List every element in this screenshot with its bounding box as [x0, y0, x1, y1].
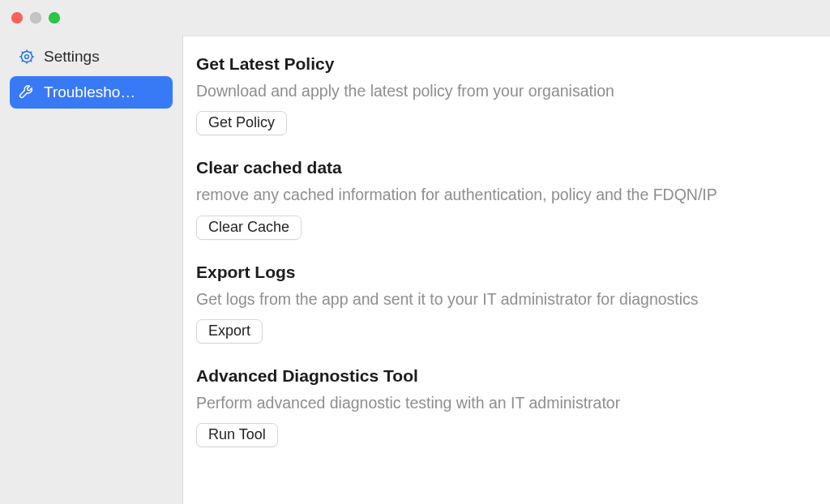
section-policy: Get Latest Policy Download and apply the…	[196, 54, 814, 135]
svg-point-1	[25, 55, 29, 59]
section-title: Clear cached data	[196, 158, 814, 177]
section-logs: Export Logs Get logs from the app and se…	[196, 263, 814, 344]
run-diagnostics-button[interactable]: Run Tool	[196, 423, 278, 447]
section-diagnostics: Advanced Diagnostics Tool Perform advanc…	[196, 366, 814, 447]
window-zoom-button[interactable]	[49, 12, 60, 23]
export-logs-button[interactable]: Export	[196, 319, 263, 344]
sidebar-item-settings[interactable]: Settings	[10, 41, 173, 73]
window-body: Settings Troublesho… Get Latest Policy D…	[0, 36, 830, 504]
section-description: Perform advanced diagnostic testing with…	[196, 392, 814, 413]
main-content: Get Latest Policy Download and apply the…	[183, 36, 830, 504]
svg-point-0	[21, 51, 32, 62]
sidebar-item-label: Troublesho…	[44, 83, 135, 101]
section-description: Get logs from the app and sent it to you…	[196, 288, 814, 310]
window-close-button[interactable]	[11, 12, 23, 23]
section-title: Export Logs	[196, 263, 814, 282]
wrench-icon	[18, 83, 36, 101]
section-title: Advanced Diagnostics Tool	[196, 366, 814, 386]
section-cache: Clear cached data remove any cached info…	[196, 158, 814, 239]
section-description: remove any cached information for authen…	[196, 184, 814, 205]
svg-line-8	[22, 61, 24, 62]
sidebar: Settings Troublesho…	[0, 36, 183, 504]
clear-cache-button[interactable]: Clear Cache	[196, 216, 302, 240]
svg-line-7	[31, 61, 32, 62]
svg-line-9	[31, 52, 32, 53]
section-title: Get Latest Policy	[196, 54, 814, 74]
svg-line-6	[22, 52, 24, 53]
window-titlebar	[0, 0, 830, 36]
sidebar-item-label: Settings	[44, 48, 100, 66]
window-minimize-button[interactable]	[30, 12, 41, 23]
get-policy-button[interactable]: Get Policy	[196, 111, 287, 135]
sidebar-item-troubleshooting[interactable]: Troublesho…	[10, 76, 173, 109]
section-description: Download and apply the latest policy fro…	[196, 80, 814, 101]
gear-icon	[18, 48, 36, 66]
